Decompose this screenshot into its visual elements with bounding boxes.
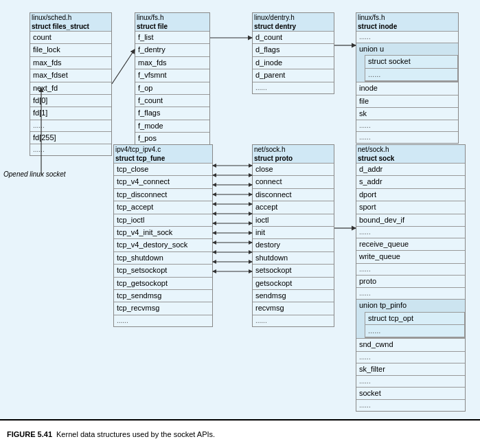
sock-row-snd-cwnd: snd_cwnd (356, 338, 465, 350)
files-row-fd255: fd[255] (30, 131, 111, 144)
proto-row-getsockopt: getsockopt (253, 277, 334, 289)
tcp-row-recvmsg: tcp_recvmsg (114, 302, 212, 314)
file-row-fflags: f_flags (135, 107, 209, 119)
sock-row-bound-dev: bound_dev_if (356, 214, 465, 226)
sock-struct-header: net/sock.hstruct sock (356, 145, 465, 163)
sock-row-sport: sport (356, 201, 465, 213)
tcp-row-destory-sock: tcp_v4_destory_sock (114, 238, 212, 251)
file-row-fcount: f_count (135, 94, 209, 107)
inode-struct-header: linux/fs.hstruct inode (356, 13, 458, 31)
sock-row-dots3: ...... (356, 287, 465, 299)
proto-row-sendmsg: sendmsg (253, 289, 334, 302)
file-row-fpos: f_pos (135, 132, 209, 144)
files-row-dots1: ...... (30, 120, 111, 131)
diagram-area: linux/sched.hstruct files_struct count f… (0, 0, 480, 421)
proto-row-ioctl: ioctl (253, 214, 334, 226)
tcp-func-header: ipv4/tcp_ipv4.cstruct tcp_fune (114, 145, 212, 163)
files-row-dots2: ...... (30, 144, 111, 155)
sock-row-write-queue: write_queue (356, 250, 465, 262)
svg-line-0 (112, 49, 135, 84)
tcp-row-accept: tcp_accept (114, 201, 212, 213)
inode-row-inode: inode (356, 82, 458, 94)
files-struct-header: linux/sched.hstruct files_struct (30, 13, 111, 31)
sock-row-proto: proto (356, 275, 465, 287)
files-row-file-lock: file_lock (30, 43, 111, 56)
files-row-max-fds: max_fds (30, 56, 111, 69)
tcp-row-v4connect: tcp_v4_connect (114, 175, 212, 188)
tcp-row-close: tcp_close (114, 163, 212, 175)
sock-row-dots5: ...... (356, 375, 465, 387)
file-row-fop: f_op (135, 82, 209, 94)
files-struct-box: linux/sched.hstruct files_struct count f… (30, 12, 112, 156)
proto-row-destory: destory (253, 238, 334, 251)
inode-row-dots1: ...... (356, 31, 458, 43)
proto-row-accept: accept (253, 201, 334, 213)
dentry-row-dparent: d_parent (253, 69, 334, 81)
sock-row-daddr: d_addr (356, 163, 465, 175)
dentry-struct-box: linux/dentry.hstruct dentry d_count d_fl… (252, 12, 334, 94)
proto-row-dots: ...... (253, 315, 334, 326)
files-row-fd0: fd[0] (30, 94, 111, 107)
figure-number: FIGURE 5.41 (7, 430, 52, 438)
sock-row-dots1: ...... (356, 226, 465, 238)
proto-struct-box: net/sock.hstruct proto close connect dis… (252, 144, 334, 327)
file-row-fvfsmnt: f_vfsmnt (135, 69, 209, 81)
tcp-func-box: ipv4/tcp_ipv4.cstruct tcp_fune tcp_close… (113, 144, 213, 327)
opened-socket-label: Opened linux socket (3, 170, 66, 178)
files-row-count: count (30, 31, 111, 43)
sock-struct-box: net/sock.hstruct sock d_addr s_addr dpor… (356, 144, 466, 412)
file-row-maxfds: max_fds (135, 56, 209, 69)
proto-struct-header: net/sock.hstruct proto (253, 145, 334, 163)
inode-row-file: file (356, 95, 458, 107)
sock-row-dots6: ...... (356, 399, 465, 411)
tcp-row-init-sock: tcp_v4_init_sock (114, 226, 212, 238)
file-row-fdentry: f_dentry (135, 43, 209, 56)
tcp-row-ioctl: tcp_ioctl (114, 214, 212, 226)
tcp-row-getsockopt: tcp_getsockopt (114, 277, 212, 289)
proto-row-init: init (253, 226, 334, 238)
sock-row-socket: socket (356, 387, 465, 399)
inode-row-dots2: ...... (356, 120, 458, 131)
tcp-row-disconnect: tcp_disconnect (114, 188, 212, 201)
figure-text: Kernel data structures used by the socke… (56, 430, 215, 438)
inode-row-sk: sk (356, 107, 458, 120)
file-row-fmode: f_mode (135, 120, 209, 132)
proto-row-shutdown: shutdown (253, 251, 334, 264)
inode-struct-box: linux/fs.hstruct inode ...... union u st… (356, 12, 459, 144)
inode-row-dots3: ...... (356, 131, 458, 143)
sock-row-dots2: ...... (356, 263, 465, 275)
proto-row-recvmsg: recvmsg (253, 302, 334, 314)
dentry-row-dinode: d_inode (253, 56, 334, 69)
file-struct-header: linux/fs.hstruct file (135, 13, 209, 31)
files-row-fd1: fd[1] (30, 107, 111, 119)
figure-caption: FIGURE 5.41 Kernel data structures used … (0, 419, 480, 448)
tcp-row-dots: ...... (114, 315, 212, 326)
file-row-flist: f_list (135, 31, 209, 43)
tcp-row-shutdown: tcp_shutdown (114, 251, 212, 264)
sock-row-saddr: s_addr (356, 175, 465, 188)
proto-row-setsockopt: setsockopt (253, 264, 334, 276)
dentry-row-dcount: d_count (253, 31, 334, 43)
proto-row-disconnect: disconnect (253, 188, 334, 201)
file-struct-box: linux/fs.hstruct file f_list f_dentry ma… (135, 12, 210, 157)
tcp-row-setsockopt: tcp_setsockopt (114, 264, 212, 276)
proto-row-connect: connect (253, 175, 334, 188)
dentry-row-dots: ...... (253, 82, 334, 93)
sock-row-recv-queue: receive_queue (356, 238, 465, 250)
proto-row-close: close (253, 163, 334, 175)
sock-row-dots4: ...... (356, 351, 465, 363)
sock-row-sk-filter: sk_filter (356, 363, 465, 375)
inode-union-u: union u struct socket ...... (356, 43, 458, 82)
sock-union-pinfo: union tp_pinfo struct tcp_opt ...... (356, 299, 465, 338)
sock-row-dport: dport (356, 188, 465, 201)
files-row-max-fdset: max_fdset (30, 69, 111, 81)
tcp-row-sendmsg: tcp_sendmsg (114, 289, 212, 302)
dentry-struct-header: linux/dentry.hstruct dentry (253, 13, 334, 31)
files-row-next-fd: next_fd (30, 82, 111, 94)
dentry-row-dflags: d_flags (253, 43, 334, 56)
